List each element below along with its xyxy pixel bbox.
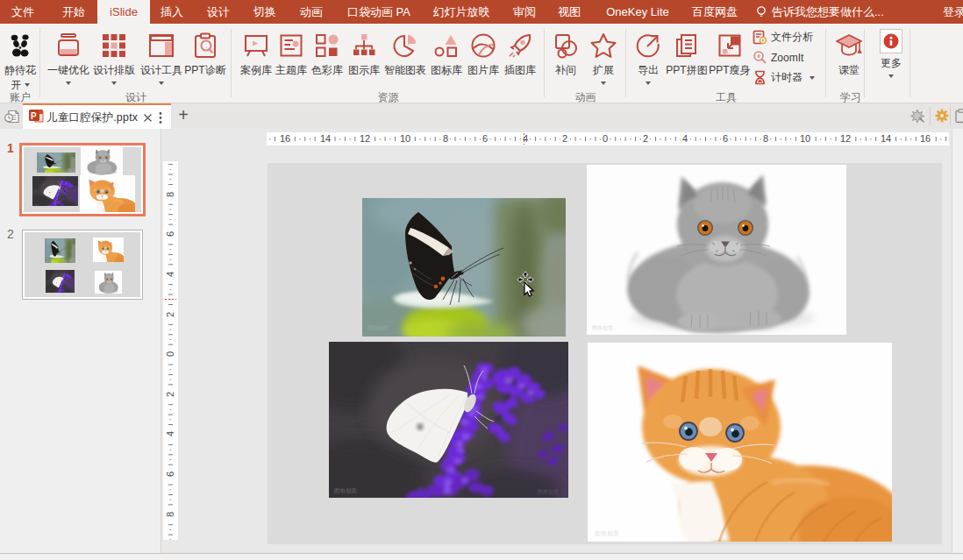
svg-text:P: P: [31, 111, 37, 121]
